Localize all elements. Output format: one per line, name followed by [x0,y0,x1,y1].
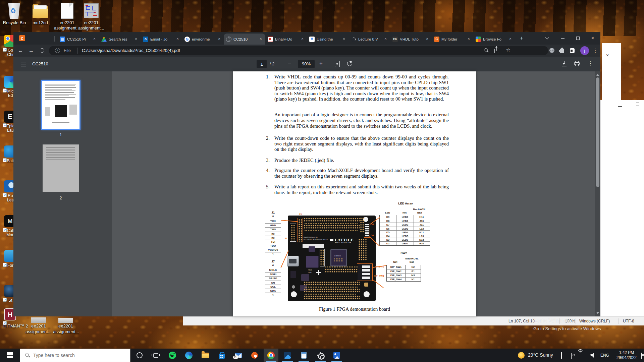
pdf-menu-icon[interactable] [21,62,26,66]
extension-square-icon[interactable] [570,48,575,54]
bookmark-star-icon[interactable]: ☆ [506,47,511,53]
forward-button[interactable]: → [27,46,36,55]
weather-text[interactable]: 29°C Sunny [528,352,553,358]
binary-favicon [268,37,273,42]
silk-labels [305,230,358,231]
zoom-in-icon[interactable]: + [319,60,323,67]
desktop-icon-label[interactable]: ee2201 [55,323,76,328]
desktop-icon-ee2201-doc[interactable]: ee2201 assignment... [56,2,78,36]
pin-label: SDA [265,289,281,293]
start-button[interactable] [0,349,20,362]
close-icon[interactable]: × [606,53,609,58]
minimize-icon[interactable] [618,103,622,108]
hidden-icons-chevron[interactable] [561,353,562,359]
page2-thumbnail[interactable] [43,144,79,192]
table-cell: N2 [405,265,421,269]
print-icon[interactable] [574,61,580,66]
zoom-page-icon[interactable] [484,48,489,54]
taskbar-notepad[interactable] [297,349,311,362]
pdf-scrollbar[interactable] [595,71,600,316]
taskbar-photos[interactable] [329,349,344,362]
clock[interactable]: 1:42 PM 29/04/2022 [613,350,640,360]
profile-avatar[interactable]: j [580,46,589,55]
maximize-icon[interactable] [636,102,639,107]
tab-close-icon[interactable]: × [217,37,221,41]
tab-vhdl-tutorial[interactable]: VHDL Tuto× [390,34,432,45]
tab-using-the[interactable]: Using the× [307,34,348,45]
page1-thumbnail[interactable] [41,80,80,130]
desktop-icon-ee2201-schematic[interactable]: ee2201 assignment... [80,2,102,36]
desktop-icon-mc12cd[interactable]: mc12cd [30,2,51,31]
pinned-tab-canvas[interactable] [19,35,25,41]
tab-close-icon[interactable]: × [134,37,138,41]
desktop-icon-label2[interactable]: assignment... [23,329,54,334]
zoom-out-icon[interactable]: − [288,60,291,67]
tab-browse-folder[interactable]: Browse Fo× [473,34,515,45]
page-number-input[interactable] [257,60,267,68]
tampermonkey-extension-icon[interactable] [549,48,554,54]
weather-sun-icon[interactable] [518,352,525,359]
tab-search-results[interactable]: Search res× [99,34,141,45]
tab-close-icon[interactable]: × [425,37,429,41]
tab-search-chevron[interactable] [539,32,555,45]
cortana-button[interactable] [132,349,147,362]
taskbar-office[interactable] [247,349,262,362]
taskbar-edge[interactable] [181,349,196,362]
taskbar-mail[interactable]: 99+ [231,349,246,362]
task-view-button[interactable] [148,349,163,362]
back-button[interactable]: ← [16,46,25,55]
tab-environment[interactable]: environme× [182,34,224,45]
tab-close-icon[interactable]: × [92,37,97,41]
desktop-icon-ee2201-file-top[interactable] [58,318,73,323]
scroll-up-icon[interactable] [596,72,599,76]
tab-email[interactable]: Email - Jo× [141,34,182,45]
activate-windows-watermark: Activate Windows [524,317,575,324]
search-input[interactable] [33,353,124,358]
extensions-puzzle-icon[interactable] [560,48,564,54]
tab-close-icon[interactable]: × [342,37,346,41]
camera-tray-icon[interactable] [571,353,572,359]
window-close-button[interactable]: × [585,32,600,45]
tab-close-icon[interactable]: × [259,37,263,41]
tab-close-icon[interactable]: × [383,37,388,41]
scroll-down-icon[interactable] [596,312,599,315]
share-icon[interactable] [494,49,499,54]
action-center-icon[interactable] [641,353,642,359]
taskbar-store[interactable] [214,349,229,362]
tab-binary[interactable]: Binary-Do× [265,34,307,45]
fit-to-page-icon[interactable] [335,61,340,67]
chevron-down-icon [545,36,549,39]
language-indicator[interactable]: ENG [600,353,609,358]
new-tab-button[interactable]: + [518,35,525,42]
taskbar-settings[interactable] [313,349,328,362]
tab-close-icon[interactable]: × [467,37,471,41]
taskbar-code-editor[interactable] [280,349,295,362]
tab-lecture8[interactable]: Lecture 8 V× [348,34,390,45]
download-icon[interactable] [562,61,567,66]
tab-close-icon[interactable]: × [300,37,305,41]
desktop-icon-label[interactable]: ee2201 [28,323,49,328]
scrollbar-thumb[interactable] [596,77,599,187]
reload-button[interactable] [38,46,46,55]
desktop-icon-recycle-bin[interactable]: ♻ Recycle Bin [3,2,25,31]
url-text[interactable]: C:/Users/josna/Downloads/Prac_C2502%20(4… [82,48,180,53]
taskbar-spotify[interactable] [165,349,180,362]
address-bar[interactable]: i File C:/Users/josna/Downloads/Prac_C25… [49,46,548,55]
tab-my-folder[interactable]: My folder× [432,34,473,45]
zoom-level-box[interactable]: 90% [298,60,315,68]
window-minimize-button[interactable] [555,32,570,45]
taskbar-search[interactable] [20,349,130,362]
desktop-icon-label2[interactable]: assignment... [50,329,82,334]
tab-cc2510-doc[interactable]: CC2510 Pr× [57,34,99,45]
taskbar-chrome-active[interactable] [264,349,278,362]
taskbar-file-explorer[interactable] [198,349,213,362]
browser-menu-icon[interactable]: ⋮ [591,46,600,55]
window-maximize-button[interactable] [570,32,586,45]
tab-close-icon[interactable]: × [175,37,180,41]
desktop-icon-ee2201-file-top[interactable] [31,317,46,323]
tab-cc2510-pdf-active[interactable]: CC2510× [224,34,265,45]
pdf-more-icon[interactable]: ⋮ [588,60,593,66]
info-icon[interactable]: i [55,48,60,53]
tab-close-icon[interactable]: × [508,37,513,41]
rotate-icon[interactable] [347,61,352,66]
